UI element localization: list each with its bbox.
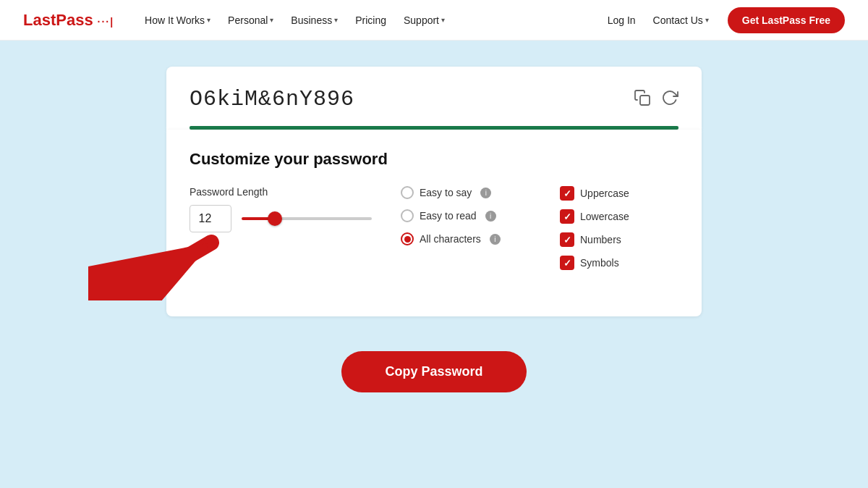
checkbox-box: ✓: [560, 209, 574, 224]
radio-easy-to-read[interactable]: Easy to read i: [401, 209, 531, 222]
radio-circle: [401, 186, 414, 199]
info-icon[interactable]: i: [485, 211, 496, 222]
checkbox-label-uppercase: Uppercase: [580, 188, 629, 199]
chevron-down-icon: ▾: [334, 16, 338, 24]
navigation: LastPass ···| How It Works ▾ Personal ▾ …: [0, 0, 868, 41]
password-text: O6kiM&6nY896: [190, 87, 354, 112]
customize-card: Customize your password Password Length: [166, 130, 702, 316]
radio-easy-to-say[interactable]: Easy to say i: [401, 186, 531, 199]
checkbox-symbols[interactable]: ✓ Symbols: [560, 256, 661, 270]
nav-item-login[interactable]: Log In: [600, 9, 643, 32]
nav-item-pricing[interactable]: Pricing: [348, 9, 393, 32]
radio-dot: [404, 236, 411, 243]
password-row: O6kiM&6nY896: [190, 87, 678, 112]
chevron-down-icon: ▾: [705, 16, 709, 24]
checkbox-label-lowercase: Lowercase: [580, 211, 629, 222]
chevron-down-icon: ▾: [207, 16, 210, 24]
length-label: Password Length: [190, 186, 372, 198]
logo[interactable]: LastPass ···|: [23, 11, 114, 30]
checkbox-box: ✓: [560, 232, 574, 247]
checkbox-numbers[interactable]: ✓ Numbers: [560, 232, 661, 247]
checkbox-label-symbols: Symbols: [580, 257, 619, 269]
customize-title: Customize your password: [190, 150, 678, 169]
refresh-icon-button[interactable]: [661, 89, 678, 110]
customize-body: Password Length: [190, 186, 678, 293]
checkbox-box: ✓: [560, 256, 574, 270]
nav-item-personal[interactable]: Personal ▾: [221, 9, 281, 32]
checkbox-uppercase[interactable]: ✓ Uppercase: [560, 186, 661, 201]
length-section: Password Length: [190, 186, 372, 293]
radio-circle-selected: [401, 232, 414, 245]
copy-button-wrap: Copy Password: [341, 351, 526, 392]
nav-links: How It Works ▾ Personal ▾ Business ▾ Pri…: [137, 7, 845, 33]
checkmark-icon: ✓: [563, 258, 571, 269]
radio-all-characters[interactable]: All characters i: [401, 232, 531, 245]
checkbox-label-numbers: Numbers: [580, 234, 621, 245]
radio-circle: [401, 209, 414, 222]
svg-rect-0: [640, 96, 650, 105]
radio-label-easy-to-read: Easy to read: [420, 210, 477, 222]
length-slider[interactable]: [242, 217, 372, 220]
radio-section: Easy to say i Easy to read i All charact…: [401, 186, 531, 245]
nav-item-business[interactable]: Business ▾: [284, 9, 345, 32]
password-icons: [634, 89, 678, 110]
checkbox-section: ✓ Uppercase ✓ Lowercase ✓ Numbers: [560, 186, 661, 270]
nav-item-contact[interactable]: Contact Us ▾: [646, 9, 716, 32]
main-content: O6kiM&6nY896 Customize your pa: [0, 41, 868, 488]
password-display-card: O6kiM&6nY896: [166, 67, 702, 130]
arrow-indicator: [88, 228, 291, 300]
nav-item-support[interactable]: Support ▾: [396, 9, 452, 32]
checkmark-icon: ✓: [563, 188, 571, 199]
chevron-down-icon: ▾: [270, 16, 273, 24]
svg-line-2: [124, 243, 211, 293]
radio-label-all-characters: All characters: [420, 233, 481, 245]
nav-item-how-it-works[interactable]: How It Works ▾: [137, 9, 218, 32]
info-icon[interactable]: i: [490, 234, 501, 245]
logo-dots: ···|: [93, 16, 114, 28]
checkmark-icon: ✓: [563, 235, 571, 245]
checkmark-icon: ✓: [563, 211, 571, 222]
checkbox-lowercase[interactable]: ✓ Lowercase: [560, 209, 661, 224]
radio-label-easy-to-say: Easy to say: [420, 187, 472, 198]
get-lastpass-free-button[interactable]: Get LastPass Free: [728, 7, 845, 33]
chevron-down-icon: ▾: [441, 16, 445, 24]
checkbox-box: ✓: [560, 186, 574, 201]
logo-text: LastPass: [23, 11, 93, 29]
copy-icon-button[interactable]: [634, 89, 651, 110]
copy-password-button[interactable]: Copy Password: [341, 351, 526, 392]
info-icon[interactable]: i: [480, 188, 491, 198]
